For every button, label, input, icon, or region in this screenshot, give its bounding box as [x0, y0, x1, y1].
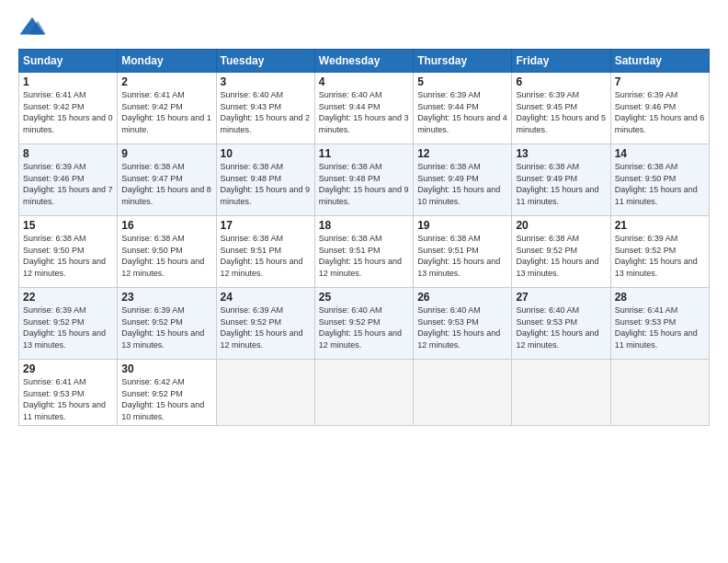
day-info: Sunrise: 6:38 AM Sunset: 9:48 PM Dayligh…	[221, 161, 311, 207]
day-number: 4	[319, 75, 409, 88]
day-info: Sunrise: 6:40 AM Sunset: 9:52 PM Dayligh…	[319, 304, 409, 350]
calendar-cell: 17 Sunrise: 6:38 AM Sunset: 9:51 PM Dayl…	[216, 216, 314, 288]
day-info: Sunrise: 6:42 AM Sunset: 9:52 PM Dayligh…	[121, 376, 211, 422]
day-info: Sunrise: 6:40 AM Sunset: 9:43 PM Dayligh…	[221, 89, 311, 135]
day-info: Sunrise: 6:40 AM Sunset: 9:53 PM Dayligh…	[516, 304, 606, 350]
day-info: Sunrise: 6:38 AM Sunset: 9:50 PM Dayligh…	[121, 233, 211, 279]
day-number: 23	[121, 291, 211, 304]
day-number: 20	[516, 219, 606, 232]
calendar-cell: 20 Sunrise: 6:38 AM Sunset: 9:52 PM Dayl…	[512, 216, 610, 288]
calendar-cell: 15 Sunrise: 6:38 AM Sunset: 9:50 PM Dayl…	[19, 216, 118, 288]
day-number: 27	[516, 291, 606, 304]
day-number: 24	[221, 291, 311, 304]
header	[18, 14, 710, 41]
calendar-cell: 4 Sunrise: 6:40 AM Sunset: 9:44 PM Dayli…	[314, 73, 413, 144]
day-info: Sunrise: 6:39 AM Sunset: 9:44 PM Dayligh…	[417, 89, 507, 135]
day-number: 3	[221, 75, 311, 88]
weekday-header: Sunday	[19, 50, 118, 73]
calendar-cell: 12 Sunrise: 6:38 AM Sunset: 9:49 PM Dayl…	[414, 144, 512, 216]
day-info: Sunrise: 6:38 AM Sunset: 9:51 PM Dayligh…	[319, 233, 409, 279]
day-info: Sunrise: 6:38 AM Sunset: 9:47 PM Dayligh…	[121, 161, 211, 207]
day-number: 9	[121, 147, 211, 160]
day-number: 28	[615, 291, 705, 304]
calendar-cell: 16 Sunrise: 6:38 AM Sunset: 9:50 PM Dayl…	[118, 216, 216, 288]
day-number: 17	[221, 219, 311, 232]
day-info: Sunrise: 6:38 AM Sunset: 9:49 PM Dayligh…	[516, 161, 606, 207]
day-info: Sunrise: 6:41 AM Sunset: 9:42 PM Dayligh…	[121, 89, 211, 135]
calendar-cell: 9 Sunrise: 6:38 AM Sunset: 9:47 PM Dayli…	[118, 144, 216, 216]
day-number: 10	[221, 147, 311, 160]
calendar-cell	[216, 360, 314, 426]
day-info: Sunrise: 6:38 AM Sunset: 9:50 PM Dayligh…	[615, 161, 705, 207]
day-number: 19	[417, 219, 507, 232]
day-info: Sunrise: 6:41 AM Sunset: 9:53 PM Dayligh…	[615, 304, 705, 350]
day-info: Sunrise: 6:39 AM Sunset: 9:52 PM Dayligh…	[121, 304, 211, 350]
day-number: 22	[23, 291, 113, 304]
day-number: 14	[615, 147, 705, 160]
calendar-cell: 7 Sunrise: 6:39 AM Sunset: 9:46 PM Dayli…	[610, 73, 709, 144]
day-info: Sunrise: 6:38 AM Sunset: 9:51 PM Dayligh…	[417, 233, 507, 279]
day-number: 2	[121, 75, 211, 88]
day-info: Sunrise: 6:38 AM Sunset: 9:50 PM Dayligh…	[23, 233, 113, 279]
calendar-cell: 18 Sunrise: 6:38 AM Sunset: 9:51 PM Dayl…	[314, 216, 413, 288]
calendar-cell: 23 Sunrise: 6:39 AM Sunset: 9:52 PM Dayl…	[118, 288, 216, 360]
weekday-header: Saturday	[610, 50, 709, 73]
day-info: Sunrise: 6:40 AM Sunset: 9:53 PM Dayligh…	[417, 304, 507, 350]
calendar-cell: 22 Sunrise: 6:39 AM Sunset: 9:52 PM Dayl…	[19, 288, 118, 360]
day-number: 15	[23, 219, 113, 232]
day-info: Sunrise: 6:38 AM Sunset: 9:51 PM Dayligh…	[221, 233, 311, 279]
calendar-cell: 25 Sunrise: 6:40 AM Sunset: 9:52 PM Dayl…	[314, 288, 413, 360]
day-number: 13	[516, 147, 606, 160]
calendar-cell	[414, 360, 512, 426]
calendar-cell: 3 Sunrise: 6:40 AM Sunset: 9:43 PM Dayli…	[216, 73, 314, 144]
day-info: Sunrise: 6:39 AM Sunset: 9:52 PM Dayligh…	[221, 304, 311, 350]
day-number: 29	[23, 362, 113, 375]
calendar-cell: 28 Sunrise: 6:41 AM Sunset: 9:53 PM Dayl…	[610, 288, 709, 360]
calendar-cell: 6 Sunrise: 6:39 AM Sunset: 9:45 PM Dayli…	[512, 73, 610, 144]
weekday-header: Friday	[512, 50, 610, 73]
calendar-cell: 27 Sunrise: 6:40 AM Sunset: 9:53 PM Dayl…	[512, 288, 610, 360]
day-number: 8	[23, 147, 113, 160]
weekday-header: Wednesday	[314, 50, 413, 73]
calendar-cell	[610, 360, 709, 426]
calendar-cell: 30 Sunrise: 6:42 AM Sunset: 9:52 PM Dayl…	[118, 360, 216, 426]
weekday-header: Thursday	[414, 50, 512, 73]
calendar-cell: 29 Sunrise: 6:41 AM Sunset: 9:53 PM Dayl…	[19, 360, 118, 426]
day-info: Sunrise: 6:39 AM Sunset: 9:45 PM Dayligh…	[516, 89, 606, 135]
day-number: 30	[121, 362, 211, 375]
day-number: 6	[516, 75, 606, 88]
day-number: 18	[319, 219, 409, 232]
calendar-cell: 21 Sunrise: 6:39 AM Sunset: 9:52 PM Dayl…	[610, 216, 709, 288]
day-info: Sunrise: 6:40 AM Sunset: 9:44 PM Dayligh…	[319, 89, 409, 135]
day-info: Sunrise: 6:39 AM Sunset: 9:52 PM Dayligh…	[615, 233, 705, 279]
day-info: Sunrise: 6:38 AM Sunset: 9:49 PM Dayligh…	[417, 161, 507, 207]
day-info: Sunrise: 6:38 AM Sunset: 9:52 PM Dayligh…	[516, 233, 606, 279]
logo	[18, 14, 50, 41]
calendar-cell: 8 Sunrise: 6:39 AM Sunset: 9:46 PM Dayli…	[19, 144, 118, 216]
weekday-header: Tuesday	[216, 50, 314, 73]
day-info: Sunrise: 6:39 AM Sunset: 9:46 PM Dayligh…	[23, 161, 113, 207]
calendar-cell: 2 Sunrise: 6:41 AM Sunset: 9:42 PM Dayli…	[118, 73, 216, 144]
day-number: 11	[319, 147, 409, 160]
calendar-cell: 24 Sunrise: 6:39 AM Sunset: 9:52 PM Dayl…	[216, 288, 314, 360]
day-number: 5	[417, 75, 507, 88]
day-number: 21	[615, 219, 705, 232]
day-info: Sunrise: 6:41 AM Sunset: 9:42 PM Dayligh…	[23, 89, 113, 135]
day-number: 26	[417, 291, 507, 304]
day-number: 1	[23, 75, 113, 88]
day-info: Sunrise: 6:41 AM Sunset: 9:53 PM Dayligh…	[23, 376, 113, 422]
calendar-cell: 5 Sunrise: 6:39 AM Sunset: 9:44 PM Dayli…	[414, 73, 512, 144]
calendar-cell: 19 Sunrise: 6:38 AM Sunset: 9:51 PM Dayl…	[414, 216, 512, 288]
day-number: 16	[121, 219, 211, 232]
calendar-cell: 1 Sunrise: 6:41 AM Sunset: 9:42 PM Dayli…	[19, 73, 118, 144]
day-info: Sunrise: 6:39 AM Sunset: 9:52 PM Dayligh…	[23, 304, 113, 350]
page: SundayMondayTuesdayWednesdayThursdayFrid…	[0, 0, 728, 563]
calendar-cell: 13 Sunrise: 6:38 AM Sunset: 9:49 PM Dayl…	[512, 144, 610, 216]
day-number: 12	[417, 147, 507, 160]
calendar: SundayMondayTuesdayWednesdayThursdayFrid…	[18, 49, 710, 426]
calendar-cell: 14 Sunrise: 6:38 AM Sunset: 9:50 PM Dayl…	[610, 144, 709, 216]
day-number: 25	[319, 291, 409, 304]
day-number: 7	[615, 75, 705, 88]
calendar-cell: 11 Sunrise: 6:38 AM Sunset: 9:48 PM Dayl…	[314, 144, 413, 216]
calendar-cell: 26 Sunrise: 6:40 AM Sunset: 9:53 PM Dayl…	[414, 288, 512, 360]
